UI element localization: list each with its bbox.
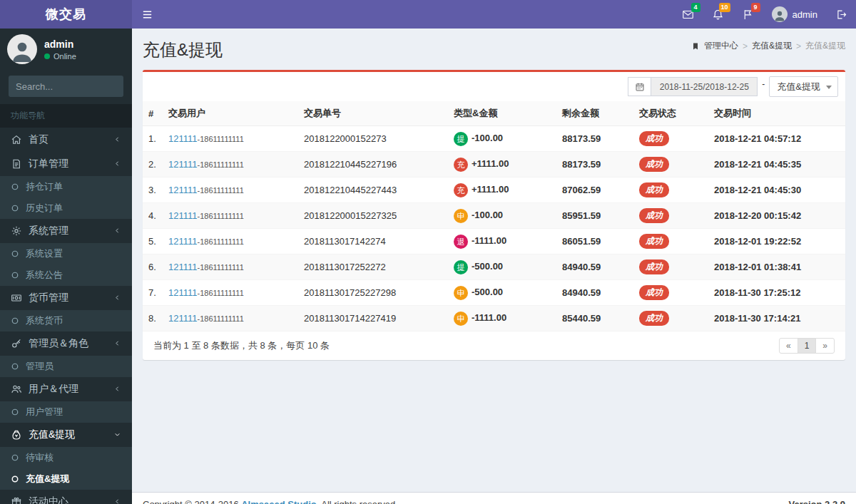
moneybag-icon: [11, 429, 22, 441]
user-link[interactable]: 121111: [168, 210, 198, 221]
sidebar-item-system-manage[interactable]: 系统管理: [0, 219, 132, 243]
user-link[interactable]: 121111: [168, 133, 198, 144]
sidebar-item-recharge-withdraw-list[interactable]: 充值&提现: [0, 468, 132, 490]
pagination: « 1 »: [780, 338, 835, 354]
breadcrumb-link[interactable]: 管理中心: [704, 40, 738, 52]
type-badge: 充: [454, 183, 468, 197]
col-header: 交易时间: [708, 101, 845, 126]
order-number: 2018122000152273: [298, 126, 448, 152]
sidebar-item-home[interactable]: 首页: [0, 128, 132, 152]
sidebar-item-system-notice[interactable]: 系统公告: [0, 264, 132, 286]
sidebar-item-user-agent[interactable]: 用户＆代理: [0, 377, 132, 401]
box-footer: 当前为 1 至 8 条数据，共 8 条，每页 10 条 « 1 »: [143, 331, 845, 360]
user-link[interactable]: 121111: [168, 313, 198, 324]
sidebar-item-history-orders[interactable]: 历史订单: [0, 197, 132, 219]
sidebar-item-recharge-withdraw[interactable]: 充值&提现: [0, 423, 132, 447]
online-dot-icon: [44, 53, 50, 59]
status-badge: 成功: [639, 157, 669, 172]
sidebar-toggle-button[interactable]: [132, 0, 162, 29]
sidebar-item-label: 待审核: [26, 451, 54, 464]
sidebar-item-label: 活动中心: [29, 495, 68, 504]
sidebar-item-position-orders[interactable]: 持仓订单: [0, 176, 132, 197]
type-select[interactable]: 充值&提现: [769, 76, 838, 97]
sidebar-item-system-settings[interactable]: 系统设置: [0, 243, 132, 264]
sidebar-section-header: 功能导航: [0, 104, 132, 128]
count-badge: 4: [691, 3, 700, 12]
row-index: 3.: [143, 178, 163, 203]
sidebar-item-admin-role[interactable]: 管理员＆角色: [0, 331, 132, 356]
col-header: 剩余金额: [556, 101, 633, 126]
money-icon: [11, 292, 22, 304]
hamburger-icon: [141, 9, 153, 21]
order-number: 201811301725227298: [298, 280, 448, 306]
user-link[interactable]: 121111: [168, 262, 198, 272]
calendar-addon[interactable]: [628, 77, 651, 96]
chevron-left-icon: [113, 134, 121, 145]
sidebar-item-currency-manage[interactable]: 货币管理: [0, 286, 132, 310]
pagination-page-1[interactable]: 1: [798, 338, 817, 354]
circle-o-icon: [11, 182, 19, 191]
pagination-next[interactable]: »: [816, 338, 835, 354]
table-header-row: # 交易用户 交易单号 类型&金额 剩余金额 交易状态 交易时间: [143, 101, 845, 126]
user-menu[interactable]: admin: [763, 0, 826, 29]
status-badge: 成功: [639, 234, 669, 249]
data-box: - 充值&提现 # 交易用户 交易单号 类型&金额 剩余金额 交易状态 交易时间: [143, 70, 845, 360]
messages-button[interactable]: 4: [673, 0, 703, 29]
status-badge: 成功: [639, 131, 669, 146]
balance: 88173.59: [562, 159, 601, 170]
table-row: 8. 121111-18611111111 201811301714227419…: [143, 306, 845, 331]
pagination-prev[interactable]: «: [780, 338, 798, 354]
search-input[interactable]: [9, 76, 123, 97]
circle-o-icon: [11, 362, 19, 371]
sidebar-item-order-manage[interactable]: 订单管理: [0, 152, 132, 176]
flags-button[interactable]: 9: [733, 0, 763, 29]
user-link[interactable]: 121111: [168, 287, 198, 298]
date-range-group: [628, 77, 758, 96]
user-link[interactable]: 121111: [168, 236, 198, 247]
order-number: 201812200015227325: [298, 203, 448, 229]
sidebar-username: admin: [44, 38, 76, 50]
order-number: 2018113017142274: [298, 229, 448, 254]
breadcrumb-link[interactable]: 充值&提现: [752, 40, 792, 52]
balance: 86051.59: [562, 236, 601, 247]
col-header: 类型&金额: [448, 101, 556, 126]
type-badge: 申: [454, 209, 468, 223]
sidebar-item-admin[interactable]: 管理员: [0, 356, 132, 377]
circle-o-icon: [11, 475, 19, 483]
sidebar-item-pending-review[interactable]: 待审核: [0, 447, 132, 468]
breadcrumb: 管理中心 > 充值&提现 > 充值&提现: [691, 40, 845, 52]
amount: -100.00: [472, 133, 503, 143]
col-header: #: [143, 101, 163, 126]
circle-o-icon: [11, 271, 19, 279]
logout-button[interactable]: [826, 0, 856, 29]
user-phone: -18611111111: [198, 160, 244, 169]
balance: 84940.59: [562, 262, 601, 272]
table-row: 4. 121111-18611111111 201812200015227325…: [143, 203, 845, 229]
sidebar-item-label: 系统公告: [26, 269, 63, 282]
sidebar-item-activity-center[interactable]: 活动中心: [0, 490, 132, 504]
sidebar-item-user-manage[interactable]: 用户管理: [0, 401, 132, 423]
type-badge: 提: [454, 132, 468, 146]
sidebar-item-system-currency[interactable]: 系统货币: [0, 310, 132, 331]
balance: 84940.59: [562, 287, 601, 298]
table-body: 1. 121111-18611111111 2018122000152273 提…: [143, 126, 845, 331]
clipboard-icon: [11, 158, 22, 170]
box-header: - 充值&提现: [143, 72, 845, 101]
user-phone: -18611111111: [198, 135, 244, 143]
chevron-left-icon: [113, 338, 121, 349]
type-badge: 申: [454, 286, 468, 300]
count-badge: 10: [719, 3, 730, 12]
user-link[interactable]: 121111: [168, 185, 198, 195]
user-link[interactable]: 121111: [168, 159, 198, 170]
date-range-input[interactable]: [651, 77, 758, 96]
user-status: Online: [44, 52, 76, 61]
brand-logo[interactable]: 微交易: [0, 0, 132, 29]
amount: -1111.00: [472, 235, 506, 246]
studio-link[interactable]: Almsaeed Studio: [241, 499, 316, 504]
sidebar-item-label: 充值&提现: [26, 473, 69, 485]
caret-down-icon: [826, 86, 832, 89]
content-wrapper: 充值&提现 管理中心 > 充值&提现 > 充值&提现 - 充值&提现: [132, 29, 856, 492]
col-header: 交易用户: [163, 101, 298, 126]
notifications-button[interactable]: 10: [703, 0, 733, 29]
type-badge: 充: [454, 158, 468, 172]
